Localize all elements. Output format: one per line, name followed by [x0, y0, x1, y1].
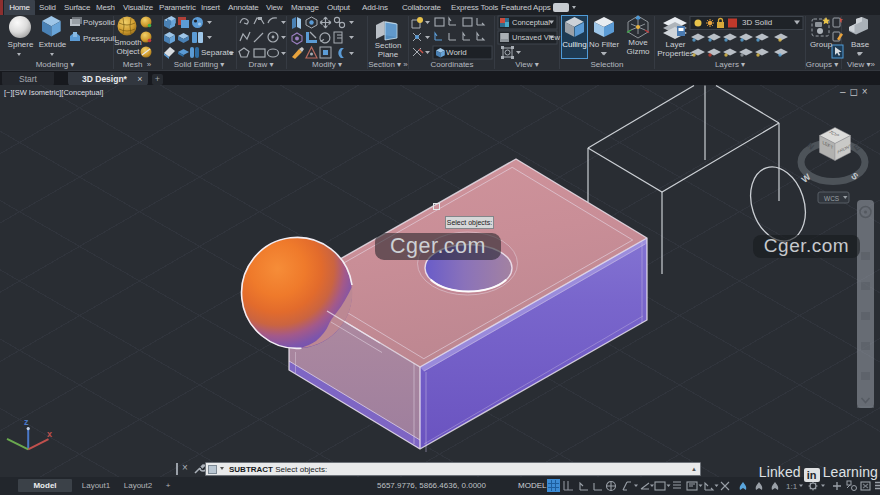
svg-text:z: z: [24, 417, 29, 427]
svg-text:WCS: WCS: [824, 195, 840, 202]
svg-text:1:1: 1:1: [786, 482, 798, 491]
svg-text:x: x: [47, 429, 52, 439]
